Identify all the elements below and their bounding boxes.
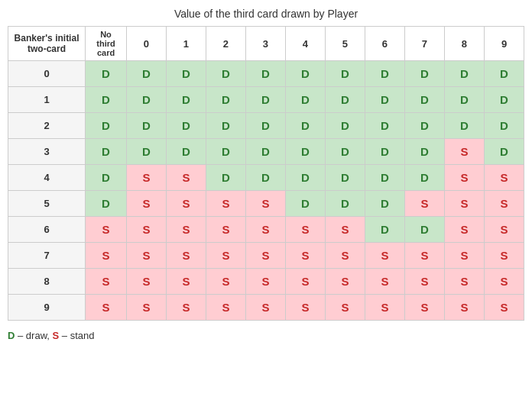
row-label-1: 1 bbox=[8, 87, 86, 113]
cell-r9-c1: S bbox=[126, 295, 166, 321]
cell-r5-c6: D bbox=[325, 191, 365, 217]
cell-r7-c6: S bbox=[325, 243, 365, 269]
cell-r4-c4: D bbox=[245, 165, 285, 191]
cell-r2-c2: D bbox=[166, 113, 206, 139]
row-label-3: 3 bbox=[8, 139, 86, 165]
col-no-third: Nothird card bbox=[86, 27, 127, 61]
cell-r0-c0: D bbox=[86, 61, 127, 87]
cell-r2-c4: D bbox=[245, 113, 285, 139]
cell-r6-c6: S bbox=[325, 217, 365, 243]
cell-r6-c9: S bbox=[444, 217, 484, 243]
cell-r7-c9: S bbox=[444, 243, 484, 269]
cell-r1-c6: D bbox=[325, 87, 365, 113]
cell-r6-c5: S bbox=[285, 217, 325, 243]
cell-r3-c2: D bbox=[166, 139, 206, 165]
cell-r5-c4: S bbox=[245, 191, 285, 217]
cell-r0-c10: D bbox=[484, 61, 524, 87]
cell-r9-c9: S bbox=[444, 295, 484, 321]
cell-r0-c5: D bbox=[285, 61, 325, 87]
cell-r9-c3: S bbox=[206, 295, 245, 321]
col-0: 0 bbox=[126, 27, 166, 61]
legend-s-text: – stand bbox=[59, 330, 94, 341]
cell-r6-c10: S bbox=[484, 217, 524, 243]
cell-r5-c10: S bbox=[484, 191, 524, 217]
cell-r0-c9: D bbox=[444, 61, 484, 87]
cell-r3-c6: D bbox=[325, 139, 365, 165]
col-3: 3 bbox=[245, 27, 285, 61]
col-4: 4 bbox=[285, 27, 325, 61]
cell-r5-c7: D bbox=[365, 191, 404, 217]
cell-r1-c8: D bbox=[404, 87, 444, 113]
cell-r1-c4: D bbox=[245, 87, 285, 113]
cell-r5-c1: S bbox=[126, 191, 166, 217]
cell-r1-c10: D bbox=[484, 87, 524, 113]
banker-header: Banker's initial two-card bbox=[8, 27, 86, 61]
cell-r9-c2: S bbox=[166, 295, 206, 321]
cell-r3-c4: D bbox=[245, 139, 285, 165]
cell-r1-c0: D bbox=[86, 87, 127, 113]
cell-r3-c9: S bbox=[444, 139, 484, 165]
cell-r0-c7: D bbox=[365, 61, 404, 87]
col-5: 5 bbox=[325, 27, 365, 61]
cell-r8-c2: S bbox=[166, 269, 206, 295]
cell-r7-c2: S bbox=[166, 243, 206, 269]
col-9: 9 bbox=[484, 27, 524, 61]
cell-r2-c9: D bbox=[444, 113, 484, 139]
cell-r2-c8: D bbox=[404, 113, 444, 139]
cell-r6-c2: S bbox=[166, 217, 206, 243]
cell-r4-c10: S bbox=[484, 165, 524, 191]
cell-r6-c3: S bbox=[206, 217, 245, 243]
cell-r0-c8: D bbox=[404, 61, 444, 87]
cell-r0-c3: D bbox=[206, 61, 245, 87]
cell-r6-c8: D bbox=[404, 217, 444, 243]
col-8: 8 bbox=[444, 27, 484, 61]
cell-r8-c8: S bbox=[404, 269, 444, 295]
row-label-7: 7 bbox=[8, 243, 86, 269]
cell-r2-c6: D bbox=[325, 113, 365, 139]
cell-r7-c3: S bbox=[206, 243, 245, 269]
cell-r9-c6: S bbox=[325, 295, 365, 321]
cell-r0-c2: D bbox=[166, 61, 206, 87]
cell-r4-c2: S bbox=[166, 165, 206, 191]
cell-r6-c4: S bbox=[245, 217, 285, 243]
cell-r8-c3: S bbox=[206, 269, 245, 295]
row-label-2: 2 bbox=[8, 113, 86, 139]
col-7: 7 bbox=[404, 27, 444, 61]
cell-r8-c6: S bbox=[325, 269, 365, 295]
cell-r7-c10: S bbox=[484, 243, 524, 269]
cell-r7-c7: S bbox=[365, 243, 404, 269]
cell-r9-c8: S bbox=[404, 295, 444, 321]
baccarat-table: Banker's initial two-card Nothird card 0… bbox=[8, 26, 524, 321]
row-label-6: 6 bbox=[8, 217, 86, 243]
cell-r4-c5: D bbox=[285, 165, 325, 191]
cell-r5-c9: S bbox=[444, 191, 484, 217]
row-label-5: 5 bbox=[8, 191, 86, 217]
cell-r1-c7: D bbox=[365, 87, 404, 113]
legend-s-label: S bbox=[53, 330, 60, 341]
cell-r2-c10: D bbox=[484, 113, 524, 139]
cell-r2-c0: D bbox=[86, 113, 127, 139]
cell-r0-c1: D bbox=[126, 61, 166, 87]
col-6: 6 bbox=[365, 27, 404, 61]
cell-r1-c2: D bbox=[166, 87, 206, 113]
cell-r2-c5: D bbox=[285, 113, 325, 139]
cell-r5-c8: S bbox=[404, 191, 444, 217]
legend: D – draw, S – stand bbox=[8, 330, 524, 341]
cell-r8-c7: S bbox=[365, 269, 404, 295]
cell-r8-c10: S bbox=[484, 269, 524, 295]
cell-r1-c3: D bbox=[206, 87, 245, 113]
cell-r3-c7: D bbox=[365, 139, 404, 165]
row-label-4: 4 bbox=[8, 165, 86, 191]
cell-r9-c0: S bbox=[86, 295, 127, 321]
col-2: 2 bbox=[206, 27, 245, 61]
col-1: 1 bbox=[166, 27, 206, 61]
legend-d-label: D bbox=[8, 330, 15, 341]
cell-r0-c6: D bbox=[325, 61, 365, 87]
cell-r7-c8: S bbox=[404, 243, 444, 269]
cell-r4-c6: D bbox=[325, 165, 365, 191]
cell-r3-c3: D bbox=[206, 139, 245, 165]
cell-r3-c8: D bbox=[404, 139, 444, 165]
cell-r3-c0: D bbox=[86, 139, 127, 165]
cell-r3-c10: D bbox=[484, 139, 524, 165]
cell-r2-c3: D bbox=[206, 113, 245, 139]
